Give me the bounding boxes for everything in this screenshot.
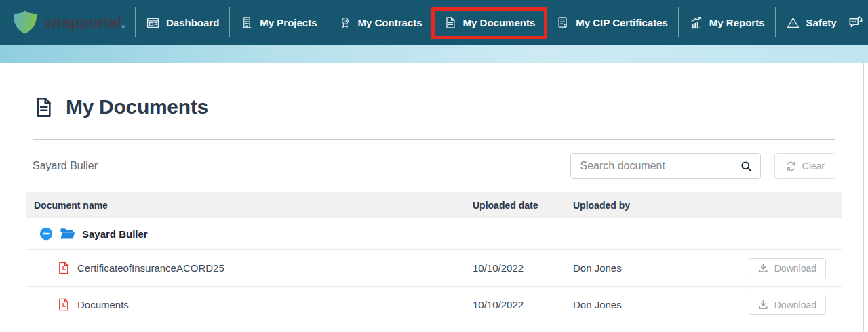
building-icon <box>240 16 254 30</box>
nav-item-label: My CIP Certificates <box>576 17 668 28</box>
search-group <box>570 153 761 179</box>
nav-item-label: Safety <box>806 17 837 28</box>
nav-item-my-reports[interactable]: My Reports <box>679 0 775 45</box>
hero-banner <box>0 45 868 63</box>
brand-logo[interactable]: wrapportal. <box>12 9 125 35</box>
download-button[interactable]: Download <box>749 295 826 315</box>
owner-name-label: Sayard Buller <box>33 160 98 172</box>
search-icon <box>740 160 753 173</box>
clear-button[interactable]: Clear <box>774 153 835 179</box>
search-button[interactable] <box>732 154 760 178</box>
collapse-minus-icon[interactable] <box>39 227 53 241</box>
brand-wordmark: wrapportal <box>45 14 121 31</box>
bar-chart-icon <box>689 16 703 30</box>
filter-row: Sayard Buller Clear <box>33 153 835 179</box>
nav-item-label: My Contracts <box>358 17 422 28</box>
shield-logo-icon <box>12 9 38 35</box>
divider <box>33 139 835 140</box>
uploaded-by: Don Jones <box>570 299 739 310</box>
folder-group-row: Sayard Buller <box>26 218 842 250</box>
open-folder-icon[interactable] <box>60 227 75 241</box>
certificate-icon <box>556 16 570 30</box>
document-icon <box>443 16 457 30</box>
documents-table: Document name Uploaded date Uploaded by … <box>26 192 842 323</box>
page-title: My Documents <box>66 96 208 119</box>
feedback-icon[interactable] <box>847 14 865 31</box>
table-row: Documents 10/10/2022 Don Jones Download <box>26 287 842 323</box>
folder-name[interactable]: Sayard Buller <box>82 228 148 240</box>
column-header-uploaded-date: Uploaded date <box>468 200 570 211</box>
dashboard-icon <box>146 16 160 30</box>
pdf-file-icon <box>58 298 69 311</box>
award-seal-icon <box>338 16 352 30</box>
uploaded-date: 10/10/2022 <box>468 299 570 310</box>
column-header-uploaded-by: Uploaded by <box>570 200 739 211</box>
page-heading: My Documents <box>33 96 835 119</box>
nav-item-label: My Reports <box>709 17 765 28</box>
nav-item-my-contracts[interactable]: My Contracts <box>328 0 433 45</box>
document-name[interactable]: CertificateofInsuranceACORD25 <box>77 262 224 274</box>
table-header-row: Document name Uploaded date Uploaded by <box>26 192 842 218</box>
nav-item-label: My Documents <box>463 17 536 28</box>
refresh-icon <box>785 161 797 172</box>
download-button-label: Download <box>774 263 816 274</box>
nav-item-label: My Projects <box>260 17 317 28</box>
uploaded-by: Don Jones <box>570 262 739 274</box>
download-button-label: Download <box>774 299 816 310</box>
nav-item-my-documents[interactable]: My Documents <box>433 0 546 45</box>
pdf-file-icon <box>58 262 69 274</box>
main-content: My Documents Sayard Buller Clear <box>0 96 868 323</box>
nav-item-my-projects[interactable]: My Projects <box>230 0 327 45</box>
nav-item-label: Dashboard <box>166 17 219 28</box>
download-button[interactable]: Download <box>749 258 826 278</box>
scrollbar-track[interactable] <box>863 63 868 332</box>
column-header-document-name: Document name <box>26 200 468 211</box>
brand-dot: . <box>121 14 125 31</box>
clear-button-label: Clear <box>802 161 825 171</box>
nav-item-safety[interactable]: Safety <box>776 0 847 45</box>
document-name[interactable]: Documents <box>77 299 129 310</box>
nav-item-dashboard[interactable]: Dashboard <box>136 0 229 45</box>
nav-item-my-cip-certificates[interactable]: My CIP Certificates <box>546 0 678 45</box>
download-icon <box>758 263 768 273</box>
document-icon <box>33 96 54 119</box>
download-icon <box>758 299 768 310</box>
top-navbar: wrapportal. Dashboard My Projects My Con… <box>0 0 868 45</box>
search-input[interactable] <box>571 154 732 178</box>
warning-triangle-icon <box>786 16 800 30</box>
table-row: CertificateofInsuranceACORD25 10/10/2022… <box>26 250 842 287</box>
uploaded-date: 10/10/2022 <box>468 262 570 274</box>
